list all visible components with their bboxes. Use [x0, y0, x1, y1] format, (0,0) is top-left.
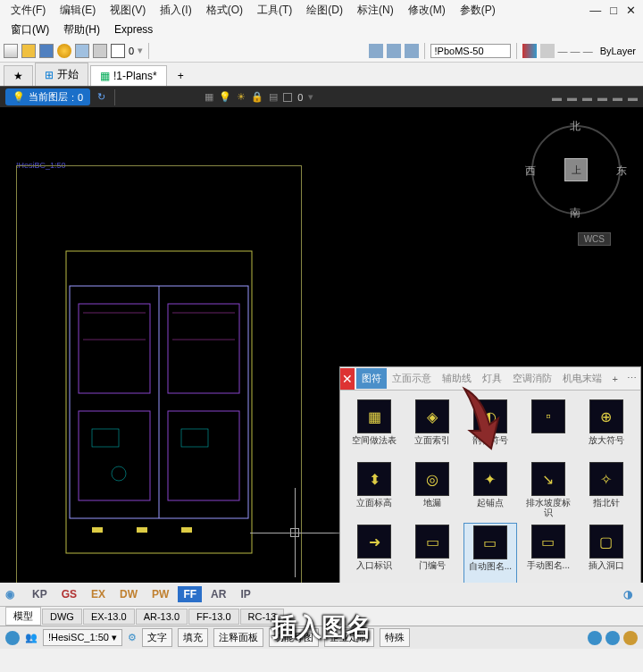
tab-start-label[interactable]: ⊞ 开始: [35, 63, 88, 86]
palette-item[interactable]: ▭自动图名...: [463, 523, 518, 584]
refresh-icon[interactable]: ↻: [97, 91, 105, 103]
minimize-icon[interactable]: —: [586, 4, 605, 17]
hlayer3-icon[interactable]: ▬: [582, 92, 592, 103]
btab-dwg[interactable]: DWG: [42, 609, 82, 625]
hlayer2-icon[interactable]: ▬: [567, 92, 577, 103]
compass-east[interactable]: 东: [616, 164, 627, 179]
block2-icon[interactable]: [387, 44, 401, 58]
lweight-icon[interactable]: [540, 44, 555, 58]
tab-plans[interactable]: ▦ !1-Plans*: [90, 65, 167, 86]
drawing-canvas[interactable]: !HesiBC_1:50: [0, 107, 643, 606]
ptab-mep[interactable]: 机电末端: [557, 368, 607, 389]
palette-item[interactable]: ▦空间做法表: [347, 398, 402, 457]
status-right-dot3[interactable]: [623, 631, 638, 645]
ptab-lights[interactable]: 灯具: [477, 368, 507, 389]
lt-kp[interactable]: KP: [27, 586, 53, 602]
btab-ar13[interactable]: AR-13.0: [136, 609, 188, 625]
tab-add[interactable]: +: [169, 66, 193, 86]
menu-dim[interactable]: 标注(N): [350, 1, 401, 20]
ptab-elevation[interactable]: 立面示意: [387, 368, 437, 389]
layer-icon[interactable]: [75, 44, 89, 58]
sbtn-text[interactable]: 文字: [142, 628, 172, 647]
palette-item[interactable]: ➜入口标识: [347, 523, 402, 584]
lt-ex[interactable]: EX: [86, 586, 111, 602]
lt-ff[interactable]: FF: [178, 586, 202, 602]
palette-item[interactable]: ◐剖切符号: [463, 398, 518, 457]
compass-north[interactable]: 北: [570, 119, 580, 134]
btab-ff13[interactable]: FF-13.0: [188, 609, 239, 625]
tab-start[interactable]: ★: [4, 65, 33, 86]
layer-menu-icon[interactable]: ◉: [5, 588, 14, 601]
palette-item[interactable]: ✧指北针: [579, 460, 633, 519]
prop-icon[interactable]: [93, 44, 107, 58]
menu-draw[interactable]: 绘图(D): [299, 1, 350, 20]
palette-add-tab[interactable]: +: [607, 374, 623, 384]
menu-modify[interactable]: 修改(M): [401, 1, 453, 20]
menu-format[interactable]: 格式(O): [199, 1, 250, 20]
palette-item[interactable]: ⊕放大符号: [579, 398, 633, 457]
btab-rc13[interactable]: RC-13: [240, 609, 285, 625]
square-icon[interactable]: [111, 44, 125, 58]
palette-menu-icon[interactable]: ⋯: [623, 373, 640, 384]
btab-model[interactable]: 模型: [5, 607, 41, 626]
hlayer-icon[interactable]: ▬: [552, 92, 562, 103]
layer-combo[interactable]: !PboMS-50: [430, 44, 511, 58]
bulb-icon[interactable]: [57, 44, 71, 58]
palette-item[interactable]: ↘排水坡度标识: [521, 460, 575, 519]
current-layer-pill[interactable]: 💡 当前图层 : 0: [5, 88, 90, 105]
menu-window[interactable]: 窗口(W): [4, 21, 56, 39]
menu-params[interactable]: 参数(P): [453, 1, 503, 20]
menu-edit[interactable]: 编辑(E): [53, 1, 103, 20]
ltype-icon[interactable]: [522, 44, 537, 58]
save-icon[interactable]: [39, 44, 54, 58]
lt-pw[interactable]: PW: [146, 586, 174, 602]
menu-express[interactable]: Express: [107, 21, 160, 38]
menu-insert[interactable]: 插入(I): [153, 1, 198, 20]
bylayer-combo[interactable]: ByLayer: [597, 45, 639, 57]
compass-west[interactable]: 西: [525, 164, 536, 179]
rect-icon[interactable]: [283, 93, 292, 102]
hlayer5-icon[interactable]: ▬: [613, 92, 622, 103]
grid-icon[interactable]: ▦: [205, 91, 213, 103]
palette-item[interactable]: ◎地漏: [405, 460, 460, 519]
menu-file[interactable]: 文件(F): [4, 1, 53, 20]
status-people-icon[interactable]: 👥: [25, 632, 38, 643]
btab-ex13[interactable]: EX-13.0: [83, 609, 135, 625]
compass-south[interactable]: 南: [570, 206, 580, 221]
hlayer6-icon[interactable]: ▬: [628, 92, 638, 103]
palette-close[interactable]: ✕: [340, 368, 355, 390]
scale-combo[interactable]: !HesiSC_1:50 ▾: [43, 629, 122, 646]
block3-icon[interactable]: [405, 44, 419, 58]
palette-item[interactable]: ▭门编号: [405, 523, 460, 584]
palette-item[interactable]: ▭手动图名...: [521, 523, 575, 584]
close-icon[interactable]: ✕: [622, 4, 639, 17]
sbtn-funcmap[interactable]: 功能导图: [269, 628, 319, 647]
palette-item[interactable]: ▫: [521, 398, 575, 457]
hlayer4-icon[interactable]: ▬: [597, 92, 607, 103]
sbtn-special[interactable]: 特殊: [380, 628, 410, 647]
compass-top[interactable]: 上: [564, 158, 588, 181]
block-icon[interactable]: [369, 44, 383, 58]
palette-item[interactable]: ◈立面索引: [405, 398, 460, 457]
sbtn-annopanel[interactable]: 注释面板: [213, 628, 263, 647]
sbtn-hatch[interactable]: 填充: [178, 628, 208, 647]
menu-help[interactable]: 帮助(H): [56, 21, 107, 39]
maximize-icon[interactable]: □: [606, 4, 621, 17]
bulb2-icon[interactable]: 💡: [219, 91, 231, 103]
toggle-icon[interactable]: ◑: [623, 588, 632, 601]
lt-ar[interactable]: AR: [205, 586, 231, 602]
lock-icon[interactable]: 🔒: [251, 91, 263, 103]
status-dot1-icon[interactable]: [5, 631, 20, 645]
view-cube[interactable]: 北 南 东 西 上: [527, 121, 625, 219]
status-right-dot2[interactable]: [605, 631, 620, 645]
palette-item[interactable]: ✦起铺点: [463, 460, 518, 519]
sbtn-enterprise[interactable]: 企业定制: [324, 628, 374, 647]
ptab-guides[interactable]: 辅助线: [437, 368, 477, 389]
wcs-label[interactable]: WCS: [578, 232, 611, 246]
open-icon[interactable]: [21, 44, 36, 58]
lt-dw[interactable]: DW: [114, 586, 143, 602]
lt-ip[interactable]: IP: [235, 586, 255, 602]
palette-item[interactable]: ▢插入洞口: [579, 523, 633, 584]
menu-tools[interactable]: 工具(T): [250, 1, 299, 20]
layers-icon[interactable]: ▤: [269, 91, 278, 103]
